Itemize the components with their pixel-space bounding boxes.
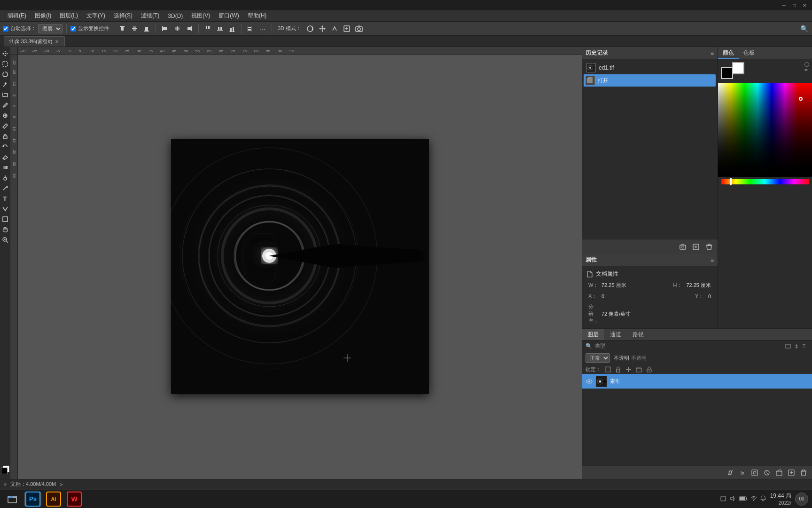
show-transform-checkbox[interactable]	[70, 26, 76, 32]
distribute-vcenter-button[interactable]	[215, 24, 225, 34]
minimize-button[interactable]: ─	[780, 1, 788, 9]
layer-dropdown[interactable]: 图层	[38, 24, 62, 33]
properties-panel-header[interactable]: 属性 ≡	[582, 254, 718, 266]
properties-panel-menu-icon[interactable]: ≡	[710, 257, 714, 263]
menu-3d[interactable]: 3D(D)	[164, 12, 187, 20]
layers-group-button[interactable]	[774, 468, 784, 477]
selection-tool[interactable]	[0, 59, 10, 69]
menu-window[interactable]: 窗口(W)	[215, 11, 242, 21]
pen-tool[interactable]	[0, 183, 10, 193]
distribute-left-button[interactable]	[245, 24, 256, 34]
history-open-item[interactable]: 打开	[584, 74, 716, 87]
reset-colors-button[interactable]	[804, 62, 809, 67]
taskbar-illustrator[interactable]: Ai	[45, 492, 62, 507]
align-top-button[interactable]	[117, 24, 127, 34]
document-tab[interactable]: :if @ 33.3%(索引#) ✕	[4, 36, 65, 47]
close-button[interactable]: ✕	[801, 1, 808, 9]
brush-tool[interactable]	[0, 121, 10, 131]
align-vcenter-button[interactable]	[129, 24, 140, 34]
distribute-bottom-button[interactable]	[227, 24, 237, 34]
shape-tool[interactable]	[0, 214, 10, 224]
maximize-button[interactable]: □	[790, 1, 798, 9]
color-tab-color[interactable]: 颜色	[718, 47, 739, 59]
history-file-item[interactable]: ed1.tif	[584, 61, 716, 74]
show-transform-check[interactable]: 显示变换控件	[70, 25, 109, 32]
crop-tool[interactable]	[0, 90, 10, 100]
fg-color-swatch[interactable]	[1, 468, 8, 474]
history-panel-header[interactable]: 历史记录 ≡	[582, 47, 718, 59]
menu-text[interactable]: 文字(Y)	[83, 11, 109, 21]
taskbar-photoshop[interactable]: Ps	[24, 492, 41, 507]
align-left-button[interactable]	[160, 24, 170, 34]
align-right-button[interactable]	[184, 24, 195, 34]
filter-adj-icon[interactable]	[793, 343, 800, 349]
history-brush-tool[interactable]	[0, 142, 10, 151]
hue-bar[interactable]	[721, 179, 809, 184]
more-options-button[interactable]: ···	[258, 24, 268, 34]
heal-tool[interactable]	[0, 111, 10, 120]
3d-camera-button[interactable]	[354, 24, 364, 34]
tab-layers[interactable]: 图层	[582, 329, 604, 340]
align-hcenter-button[interactable]	[172, 24, 182, 34]
layers-link-button[interactable]	[726, 468, 735, 477]
history-delete-button[interactable]	[704, 242, 714, 252]
lock-artboard-button[interactable]	[635, 365, 642, 373]
magic-wand-tool[interactable]	[0, 80, 10, 89]
taskbar-word[interactable]: W	[66, 492, 83, 507]
layers-mask-button[interactable]	[750, 468, 759, 477]
eraser-tool[interactable]	[0, 152, 10, 162]
taskbar-files[interactable]	[4, 492, 21, 507]
menu-filter[interactable]: 滤镜(T)	[137, 11, 163, 21]
lock-pixels-button[interactable]	[614, 365, 622, 373]
menu-image[interactable]: 图像(I)	[31, 11, 55, 21]
align-bottom-button[interactable]	[141, 24, 152, 34]
path-selection-tool[interactable]	[0, 204, 10, 214]
notifications-button[interactable]: 00	[795, 492, 808, 506]
lasso-tool[interactable]	[0, 70, 10, 79]
status-arrow[interactable]: >	[60, 482, 62, 487]
dodge-tool[interactable]	[0, 173, 10, 183]
bg-color-picker[interactable]	[732, 62, 744, 74]
3d-rotate-button[interactable]	[305, 24, 315, 34]
menu-layer[interactable]: 图层(L)	[56, 11, 82, 21]
tab-close-button[interactable]: ✕	[54, 39, 60, 45]
layer-visibility-toggle[interactable]	[586, 378, 593, 385]
auto-select-checkbox[interactable]	[3, 26, 8, 32]
eyedropper-tool[interactable]	[0, 101, 10, 110]
zoom-tool[interactable]	[0, 235, 10, 245]
lock-position-button[interactable]	[625, 365, 632, 373]
gradient-tool[interactable]	[0, 163, 10, 172]
auto-select-check[interactable]: 自动选择：	[3, 25, 36, 32]
lock-transparent-button[interactable]	[604, 365, 611, 373]
stamp-tool[interactable]	[0, 132, 10, 141]
text-tool[interactable]: T	[0, 194, 10, 203]
3d-zoom-button[interactable]	[342, 24, 352, 34]
layers-fx-button[interactable]: fx	[738, 468, 747, 477]
hand-tool[interactable]	[0, 225, 10, 234]
filter-type-icon[interactable]: T	[802, 343, 808, 349]
layers-delete-button[interactable]	[799, 468, 808, 477]
doc-props-item[interactable]: 文档属性	[584, 268, 716, 280]
history-new-button[interactable]	[691, 242, 701, 252]
swap-colors-button[interactable]: ⇄	[804, 68, 809, 72]
3d-move-button[interactable]	[329, 24, 340, 34]
distribute-top-button[interactable]	[203, 24, 213, 34]
color-spectrum[interactable]	[718, 83, 812, 177]
menu-edit[interactable]: 编辑(E)	[4, 11, 30, 21]
tab-paths[interactable]: 路径	[627, 329, 649, 340]
move-tool[interactable]	[0, 49, 10, 58]
menu-help[interactable]: 帮助(H)	[244, 11, 271, 21]
layers-adjustment-button[interactable]	[762, 468, 772, 477]
history-snapshot-button[interactable]	[678, 242, 687, 252]
menu-select[interactable]: 选择(S)	[110, 11, 136, 21]
history-panel-menu-icon[interactable]: ≡	[710, 50, 714, 56]
tab-channels[interactable]: 通道	[604, 329, 627, 340]
color-tab-swatches[interactable]: 色板	[739, 47, 759, 59]
lock-all-button[interactable]	[645, 365, 653, 373]
layer-item-0[interactable]: 索引	[582, 374, 812, 389]
blend-mode-select[interactable]: 正常	[586, 353, 610, 363]
layers-new-button[interactable]	[787, 468, 796, 477]
fg-color-picker[interactable]	[721, 67, 733, 79]
menu-view[interactable]: 视图(V)	[187, 11, 214, 21]
filter-pixel-icon[interactable]	[785, 343, 791, 349]
